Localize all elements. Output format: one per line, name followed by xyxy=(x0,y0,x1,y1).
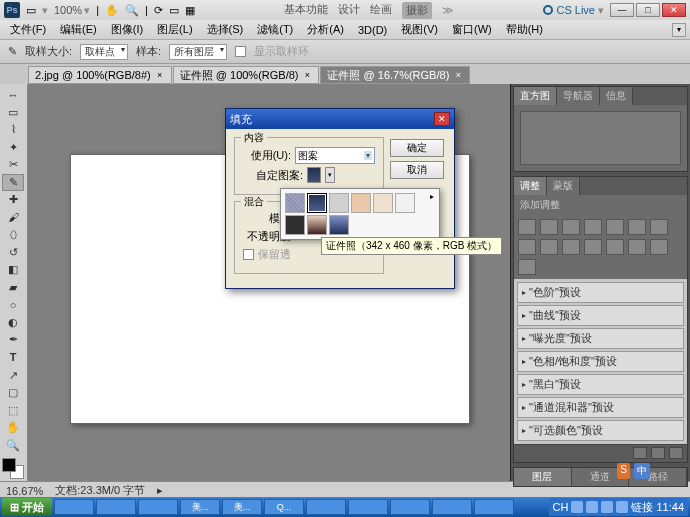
taskbar-item[interactable] xyxy=(390,499,430,515)
color-swatches[interactable] xyxy=(2,458,24,479)
invert-icon[interactable] xyxy=(584,239,602,255)
fg-color-swatch[interactable] xyxy=(2,458,16,472)
color-balance-icon[interactable] xyxy=(650,219,668,235)
crop-tool-icon[interactable]: ✂ xyxy=(2,156,24,174)
workspace-photography[interactable]: 摄影 xyxy=(402,2,432,19)
gradient-map-icon[interactable] xyxy=(650,239,668,255)
shape-tool-icon[interactable]: ▢ xyxy=(2,384,24,402)
taskbar-item[interactable] xyxy=(306,499,346,515)
maximize-button[interactable]: □ xyxy=(636,3,660,17)
minimize-button[interactable]: — xyxy=(610,3,634,17)
tray-text[interactable]: 链接 xyxy=(631,500,653,515)
doc-tab-2[interactable]: 证件照 @ 16.7%(RGB/8)× xyxy=(320,66,470,84)
lasso-tool-icon[interactable]: ⌇ xyxy=(2,121,24,139)
preset-levels[interactable]: ▸"色阶"预设 xyxy=(517,282,684,303)
taskbar-item[interactable] xyxy=(96,499,136,515)
menu-edit[interactable]: 编辑(E) xyxy=(54,20,103,39)
tool-preset-icon[interactable]: ▭ xyxy=(26,4,36,17)
dialog-titlebar[interactable]: 填充 ✕ xyxy=(226,109,454,129)
status-arrow-icon[interactable]: ▸ xyxy=(157,484,163,497)
taskbar-item[interactable]: 美... xyxy=(180,499,220,515)
screen-mode-icon[interactable]: ▦ xyxy=(185,4,195,17)
blur-tool-icon[interactable]: ○ xyxy=(2,296,24,314)
menu-image[interactable]: 图像(I) xyxy=(105,20,149,39)
menu-3d[interactable]: 3D(D) xyxy=(352,22,393,38)
tray-icon[interactable] xyxy=(586,501,598,513)
menu-layer[interactable]: 图层(L) xyxy=(151,20,198,39)
tab-layers[interactable]: 图层 xyxy=(514,468,572,486)
pattern-swatch[interactable] xyxy=(307,215,327,235)
tab-close-icon[interactable]: × xyxy=(155,70,165,80)
tray-icon[interactable] xyxy=(571,501,583,513)
tab-close-icon[interactable]: × xyxy=(453,70,463,80)
sample-size-select[interactable]: 取样点 xyxy=(80,44,128,60)
ime-badge-zh[interactable]: 中 xyxy=(634,463,650,479)
preset-bw[interactable]: ▸"黑白"预设 xyxy=(517,374,684,395)
menu-filter[interactable]: 滤镜(T) xyxy=(251,20,299,39)
sample-select[interactable]: 所有图层 xyxy=(169,44,227,60)
selective-color-icon[interactable] xyxy=(518,259,536,275)
trash-icon[interactable] xyxy=(669,447,683,459)
bw-icon[interactable] xyxy=(518,239,536,255)
tray-icon[interactable] xyxy=(601,501,613,513)
brightness-icon[interactable] xyxy=(518,219,536,235)
pattern-swatch[interactable] xyxy=(329,215,349,235)
menu-select[interactable]: 选择(S) xyxy=(201,20,250,39)
channel-mixer-icon[interactable] xyxy=(562,239,580,255)
tab-masks[interactable]: 蒙版 xyxy=(547,177,580,195)
view-rotate-icon[interactable]: ⟳ xyxy=(154,4,163,17)
taskbar-item[interactable] xyxy=(54,499,94,515)
levels-icon[interactable] xyxy=(540,219,558,235)
doc-tab-1[interactable]: 证件照 @ 100%(RGB/8)× xyxy=(173,66,320,84)
tab-adjustments[interactable]: 调整 xyxy=(514,177,547,195)
clip-icon[interactable] xyxy=(633,447,647,459)
marquee-tool-icon[interactable]: ▭ xyxy=(2,104,24,122)
ok-button[interactable]: 确定 xyxy=(390,139,444,157)
move-tool-icon[interactable]: ↔ xyxy=(2,86,24,104)
eyedropper-tool-icon[interactable]: ✎ xyxy=(2,174,24,192)
show-ring-checkbox[interactable] xyxy=(235,46,246,57)
taskbar-item[interactable] xyxy=(138,499,178,515)
gradient-tool-icon[interactable]: ▰ xyxy=(2,279,24,297)
pattern-swatch[interactable] xyxy=(395,193,415,213)
zoom-level[interactable]: 16.67% xyxy=(6,485,43,497)
pattern-dropdown-button[interactable]: ▾ xyxy=(325,167,335,183)
cancel-button[interactable]: 取消 xyxy=(390,161,444,179)
menu-analysis[interactable]: 分析(A) xyxy=(301,20,350,39)
cs-live-button[interactable]: CS Live ▾ xyxy=(543,4,604,17)
zoom-icon[interactable]: 🔍 xyxy=(125,4,139,17)
tab-histogram[interactable]: 直方图 xyxy=(514,87,557,105)
pattern-swatch[interactable] xyxy=(351,193,371,213)
pattern-swatch-selected[interactable] xyxy=(307,193,327,213)
hand-tool-icon[interactable]: ✋ xyxy=(2,419,24,437)
doc-tab-0[interactable]: 2.jpg @ 100%(RGB/8#)× xyxy=(28,66,172,84)
tray-icon[interactable] xyxy=(616,501,628,513)
zoom-tool-icon[interactable]: 🔍 xyxy=(2,436,24,454)
tab-close-icon[interactable]: × xyxy=(302,70,312,80)
menu-window[interactable]: 窗口(W) xyxy=(446,20,498,39)
pattern-thumbnail[interactable] xyxy=(307,167,321,183)
photo-filter-icon[interactable] xyxy=(540,239,558,255)
hue-icon[interactable] xyxy=(628,219,646,235)
workspace-essentials[interactable]: 基本功能 xyxy=(284,2,328,19)
menu-collapse-icon[interactable]: ▾ xyxy=(672,23,686,37)
exposure-icon[interactable] xyxy=(584,219,602,235)
stamp-tool-icon[interactable]: ⬯ xyxy=(2,226,24,244)
brush-tool-icon[interactable]: 🖌 xyxy=(2,209,24,227)
taskbar-item[interactable] xyxy=(348,499,388,515)
tab-info[interactable]: 信息 xyxy=(600,87,633,105)
menu-help[interactable]: 帮助(H) xyxy=(500,20,549,39)
heal-tool-icon[interactable]: ✚ xyxy=(2,191,24,209)
pattern-swatch[interactable] xyxy=(329,193,349,213)
threshold-icon[interactable] xyxy=(628,239,646,255)
eraser-tool-icon[interactable]: ◧ xyxy=(2,261,24,279)
pattern-swatch[interactable] xyxy=(373,193,393,213)
lang-indicator[interactable]: CH xyxy=(553,501,569,513)
preset-channel-mixer[interactable]: ▸"通道混和器"预设 xyxy=(517,397,684,418)
path-tool-icon[interactable]: ↗ xyxy=(2,366,24,384)
preset-curves[interactable]: ▸"曲线"预设 xyxy=(517,305,684,326)
dodge-tool-icon[interactable]: ◐ xyxy=(2,314,24,332)
history-brush-icon[interactable]: ↺ xyxy=(2,244,24,262)
eyedropper-tool-icon[interactable]: ✎ xyxy=(8,45,17,58)
preserve-checkbox[interactable] xyxy=(243,249,254,260)
